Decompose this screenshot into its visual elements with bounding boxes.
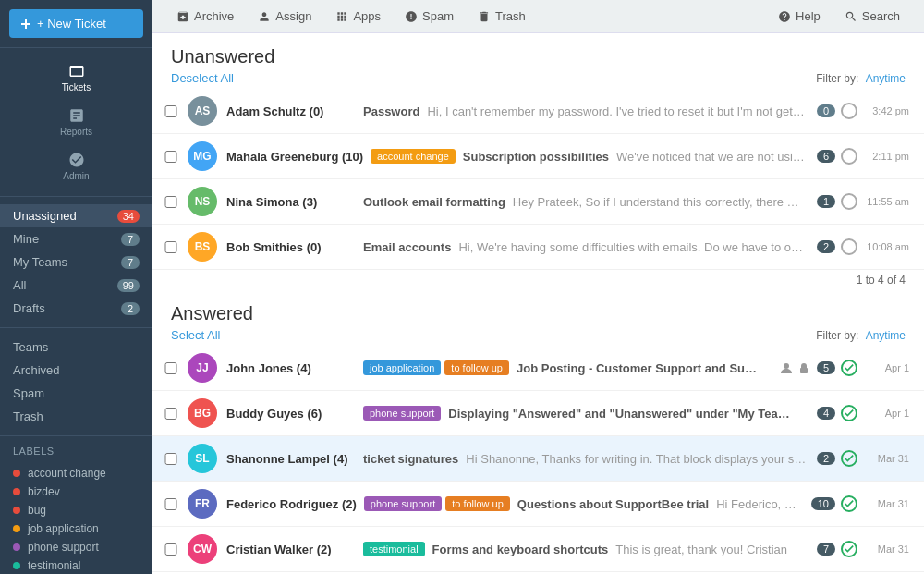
- ticket-info: Cristian Walker (2)testimonialForms and …: [226, 542, 808, 556]
- sidebar-item-drafts[interactable]: Drafts 2: [0, 297, 152, 320]
- ticket-sender: Cristian Walker (2): [226, 543, 356, 556]
- search-button[interactable]: Search: [833, 5, 911, 28]
- answered-ticket-list: JJJohn Jones (4)job applicationto follow…: [152, 346, 924, 574]
- sidebar-item-archived[interactable]: Archived: [0, 359, 152, 382]
- sidebar-item-teams[interactable]: Teams: [0, 336, 152, 359]
- sidebar-item-tickets[interactable]: Tickets: [0, 55, 152, 100]
- ticket-tag: account change: [371, 149, 456, 164]
- ticket-row[interactable]: NSNina Simona (3)Outlook email formattin…: [152, 179, 924, 225]
- avatar: JJ: [188, 353, 217, 383]
- ticket-extra-icons: [779, 360, 811, 375]
- ticket-meta: 210:08 am: [817, 238, 909, 255]
- sidebar-item-all[interactable]: All 99: [0, 274, 152, 297]
- sidebar-section-other: Teams Archived Spam Trash: [0, 328, 152, 436]
- ticket-checkbox[interactable]: [164, 453, 178, 465]
- ticket-subject: ticket signatures: [363, 452, 458, 466]
- ticket-row[interactable]: ASAdam Schultz (0)PasswordHi, I can't re…: [152, 89, 924, 134]
- ticket-count: 6: [817, 150, 835, 163]
- answered-title: Answered: [171, 303, 253, 324]
- ticket-sender: Adam Schultz (0): [226, 104, 356, 118]
- avatar: CW: [188, 534, 217, 564]
- select-all-link[interactable]: Select All: [171, 328, 220, 342]
- ticket-count: 10: [811, 497, 835, 510]
- answered-filter-anytime[interactable]: Anytime: [866, 329, 906, 342]
- apps-button[interactable]: Apps: [324, 5, 392, 28]
- ticket-info: Federico Rodriguez (2)phone supportto fo…: [226, 496, 802, 511]
- ticket-row[interactable]: BSBob Smithies (0)Email accountsHi, We'r…: [152, 225, 924, 270]
- filter-label: Filter by: Anytime: [816, 72, 906, 85]
- label-job-application[interactable]: job application: [13, 519, 140, 538]
- label-bizdev[interactable]: bizdev: [13, 482, 140, 501]
- avatar: FR: [188, 489, 217, 519]
- ticket-row[interactable]: FRFederico Rodriguez (2)phone supportto …: [152, 482, 924, 527]
- sidebar-item-spam[interactable]: Spam: [0, 382, 152, 405]
- label-testimonial[interactable]: testimonial: [13, 556, 140, 574]
- ticket-tags: phone supportto follow up: [364, 496, 510, 511]
- ticket-subject: Questions about SupportBee trial: [517, 497, 709, 511]
- ticket-date: 10:08 am: [863, 241, 909, 252]
- ticket-row[interactable]: BGBuddy Guyes (6)phone supportDisplaying…: [152, 391, 924, 436]
- ticket-date: 11:55 am: [863, 196, 909, 207]
- avatar: BG: [188, 398, 217, 428]
- ticket-status-icon: [841, 495, 857, 512]
- ticket-tags: job applicationto follow up: [363, 360, 509, 375]
- label-bug[interactable]: bug: [13, 501, 140, 519]
- reports-icon: [68, 107, 85, 124]
- sidebar-item-my-teams[interactable]: My Teams 7: [0, 250, 152, 274]
- label-phone-support[interactable]: phone support: [13, 538, 140, 556]
- assign-button[interactable]: Assign: [247, 5, 322, 28]
- ticket-preview: Hi, We're having some difficulties with …: [458, 240, 808, 254]
- ticket-row[interactable]: CWCristian Walker (2)testimonialForms an…: [152, 527, 924, 572]
- ticket-checkbox[interactable]: [164, 543, 178, 556]
- ticket-count: 0: [817, 104, 835, 117]
- ticket-meta: 10Mar 31: [811, 495, 909, 512]
- main: Archive Assign Apps Spam Trash Help Sear…: [152, 0, 924, 574]
- ticket-date: 2:11 pm: [863, 151, 909, 162]
- ticket-meta: 7Mar 31: [817, 541, 909, 557]
- ticket-checkbox[interactable]: [164, 241, 178, 253]
- ticket-checkbox[interactable]: [164, 408, 178, 420]
- avatar: BS: [188, 232, 217, 262]
- new-ticket-button[interactable]: + New Ticket: [9, 9, 143, 38]
- ticket-info: John Jones (4)job applicationto follow u…: [226, 360, 770, 375]
- archive-button[interactable]: Archive: [165, 5, 245, 28]
- ticket-subject: Outlook email formatting: [363, 195, 505, 209]
- ticket-checkbox[interactable]: [164, 196, 178, 208]
- help-button[interactable]: Help: [767, 5, 832, 28]
- ticket-checkbox[interactable]: [164, 105, 178, 117]
- admin-icon: [68, 152, 85, 168]
- sidebar-item-trash[interactable]: Trash: [0, 405, 152, 428]
- ticket-tags: testimonial: [363, 542, 425, 556]
- trash-button[interactable]: Trash: [467, 5, 537, 28]
- ticket-subject: Email accounts: [363, 240, 451, 254]
- ticket-date: Mar 31: [863, 453, 909, 464]
- ticket-row[interactable]: MGMahala Greeneburg (10)account changeSu…: [152, 134, 924, 179]
- spam-button[interactable]: Spam: [394, 5, 465, 28]
- ticket-meta: 62:11 pm: [817, 148, 909, 165]
- ticket-status-icon: [841, 360, 857, 376]
- check-icon: [845, 499, 854, 508]
- ticket-checkbox[interactable]: [164, 498, 178, 510]
- label-dot: [13, 562, 20, 569]
- ticket-checkbox[interactable]: [164, 362, 178, 374]
- sidebar-item-unassigned[interactable]: Unassigned 34: [0, 204, 152, 227]
- filter-anytime[interactable]: Anytime: [866, 72, 906, 85]
- ticket-subject: Displaying "Answered" and "Unanswered" u…: [448, 407, 800, 421]
- ticket-date: 3:42 pm: [863, 105, 909, 116]
- label-dot: [13, 507, 20, 514]
- ticket-row[interactable]: JJJohn Jones (4)job applicationto follow…: [152, 346, 924, 391]
- ticket-info: Shanonne Lampel (4)ticket signaturesHi S…: [226, 452, 808, 466]
- check-icon: [845, 454, 854, 463]
- lock-icon: [796, 360, 811, 375]
- ticket-count: 7: [817, 543, 835, 556]
- label-dot: [13, 488, 20, 495]
- sidebar-item-admin[interactable]: Admin: [0, 144, 152, 189]
- ticket-preview: We've noticed that we are not using SB a…: [616, 150, 808, 164]
- deselect-all-link[interactable]: Deselect All: [171, 71, 234, 85]
- label-account-change[interactable]: account change: [13, 464, 140, 482]
- ticket-checkbox[interactable]: [164, 151, 178, 163]
- sidebar-item-reports[interactable]: Reports: [0, 100, 152, 144]
- sidebar-section-tickets: Unassigned 34 Mine 7 My Teams 7 All 99 D…: [0, 197, 152, 328]
- sidebar-item-mine[interactable]: Mine 7: [0, 227, 152, 250]
- ticket-row[interactable]: SLShanonne Lampel (4)ticket signaturesHi…: [152, 436, 924, 482]
